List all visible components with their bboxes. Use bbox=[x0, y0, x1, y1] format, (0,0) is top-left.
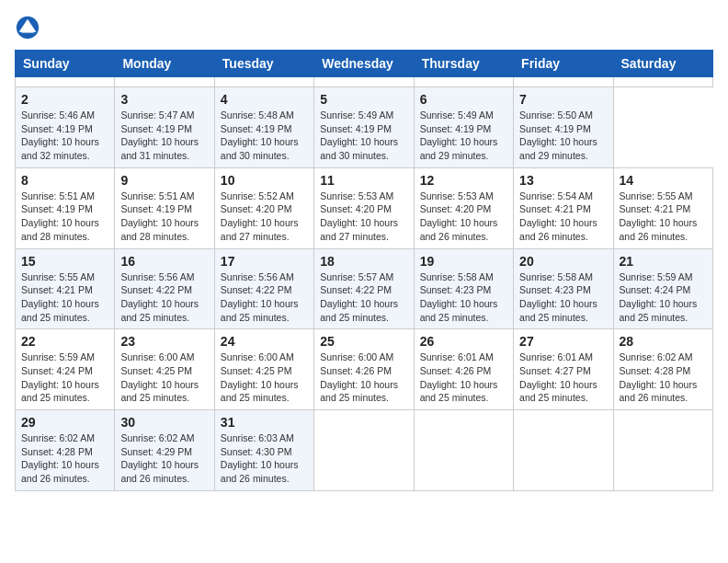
calendar-header-thursday: Thursday bbox=[414, 51, 513, 77]
day-info: Sunrise: 5:49 AM Sunset: 4:19 PM Dayligh… bbox=[320, 109, 407, 163]
day-info: Sunrise: 5:56 AM Sunset: 4:22 PM Dayligh… bbox=[120, 270, 208, 325]
empty-cell bbox=[514, 77, 613, 87]
calendar-week-3: 8 Sunrise: 5:51 AM Sunset: 4:19 PM Dayli… bbox=[16, 167, 713, 248]
calendar-week-6: 29 Sunrise: 6:02 AM Sunset: 4:28 PM Dayl… bbox=[16, 410, 713, 491]
day-info: Sunrise: 5:55 AM Sunset: 4:21 PM Dayligh… bbox=[21, 270, 108, 325]
day-cell-17: 17 Sunrise: 5:56 AM Sunset: 4:22 PM Dayl… bbox=[214, 248, 313, 329]
day-info: Sunrise: 5:59 AM Sunset: 4:24 PM Dayligh… bbox=[21, 350, 108, 405]
day-cell-12: 12 Sunrise: 5:53 AM Sunset: 4:20 PM Dayl… bbox=[414, 167, 513, 248]
day-number: 3 bbox=[120, 92, 208, 107]
day-info: Sunrise: 6:01 AM Sunset: 4:27 PM Dayligh… bbox=[519, 350, 607, 405]
day-cell-25: 25 Sunrise: 6:00 AM Sunset: 4:26 PM Dayl… bbox=[314, 329, 414, 410]
day-cell-19: 19 Sunrise: 5:58 AM Sunset: 4:23 PM Dayl… bbox=[414, 248, 513, 329]
calendar-week-5: 22 Sunrise: 5:59 AM Sunset: 4:24 PM Dayl… bbox=[16, 329, 713, 410]
empty-cell bbox=[613, 77, 712, 87]
day-info: Sunrise: 6:00 AM Sunset: 4:26 PM Dayligh… bbox=[320, 350, 407, 405]
calendar-header-sunday: Sunday bbox=[16, 51, 115, 77]
logo-icon bbox=[15, 15, 40, 40]
day-number: 28 bbox=[620, 334, 707, 349]
day-cell-22: 22 Sunrise: 5:59 AM Sunset: 4:24 PM Dayl… bbox=[16, 329, 115, 410]
day-cell-20: 20 Sunrise: 5:58 AM Sunset: 4:23 PM Dayl… bbox=[514, 248, 613, 329]
day-info: Sunrise: 5:54 AM Sunset: 4:21 PM Dayligh… bbox=[519, 190, 607, 244]
day-info: Sunrise: 5:46 AM Sunset: 4:19 PM Dayligh… bbox=[21, 109, 108, 163]
day-info: Sunrise: 5:48 AM Sunset: 4:19 PM Dayligh… bbox=[221, 109, 308, 163]
day-info: Sunrise: 5:51 AM Sunset: 4:19 PM Dayligh… bbox=[120, 190, 208, 244]
day-number: 18 bbox=[320, 254, 407, 269]
calendar-week-4: 15 Sunrise: 5:55 AM Sunset: 4:21 PM Dayl… bbox=[16, 248, 713, 329]
calendar-week-2: 2 Sunrise: 5:46 AM Sunset: 4:19 PM Dayli… bbox=[16, 87, 713, 168]
day-number: 16 bbox=[120, 254, 208, 269]
empty-cell bbox=[414, 410, 513, 491]
day-number: 12 bbox=[420, 173, 507, 188]
day-cell-27: 27 Sunrise: 6:01 AM Sunset: 4:27 PM Dayl… bbox=[514, 329, 613, 410]
day-info: Sunrise: 6:03 AM Sunset: 4:30 PM Dayligh… bbox=[221, 431, 308, 486]
day-cell-4: 4 Sunrise: 5:48 AM Sunset: 4:19 PM Dayli… bbox=[214, 87, 313, 168]
day-info: Sunrise: 6:01 AM Sunset: 4:26 PM Dayligh… bbox=[420, 350, 507, 405]
day-cell-26: 26 Sunrise: 6:01 AM Sunset: 4:26 PM Dayl… bbox=[414, 329, 513, 410]
day-cell-14: 14 Sunrise: 5:55 AM Sunset: 4:21 PM Dayl… bbox=[613, 167, 712, 248]
day-number: 4 bbox=[221, 92, 308, 107]
day-number: 5 bbox=[320, 92, 407, 107]
empty-cell bbox=[16, 77, 115, 87]
day-info: Sunrise: 5:47 AM Sunset: 4:19 PM Dayligh… bbox=[120, 109, 208, 163]
day-number: 10 bbox=[221, 173, 308, 188]
day-cell-3: 3 Sunrise: 5:47 AM Sunset: 4:19 PM Dayli… bbox=[115, 87, 214, 168]
day-info: Sunrise: 5:58 AM Sunset: 4:23 PM Dayligh… bbox=[519, 270, 607, 325]
day-info: Sunrise: 6:02 AM Sunset: 4:28 PM Dayligh… bbox=[620, 350, 707, 405]
day-info: Sunrise: 5:59 AM Sunset: 4:24 PM Dayligh… bbox=[620, 270, 707, 325]
day-cell-18: 18 Sunrise: 5:57 AM Sunset: 4:22 PM Dayl… bbox=[314, 248, 414, 329]
day-number: 21 bbox=[620, 254, 707, 269]
day-info: Sunrise: 5:50 AM Sunset: 4:19 PM Dayligh… bbox=[519, 109, 607, 163]
calendar-header-friday: Friday bbox=[514, 51, 613, 77]
day-number: 19 bbox=[420, 254, 507, 269]
empty-cell bbox=[414, 77, 513, 87]
day-number: 15 bbox=[21, 254, 108, 269]
day-cell-2: 2 Sunrise: 5:46 AM Sunset: 4:19 PM Dayli… bbox=[16, 87, 115, 168]
day-number: 27 bbox=[519, 334, 607, 349]
day-info: Sunrise: 5:51 AM Sunset: 4:19 PM Dayligh… bbox=[21, 190, 108, 244]
calendar-week-1 bbox=[16, 77, 713, 87]
empty-cell bbox=[613, 410, 712, 491]
day-info: Sunrise: 5:53 AM Sunset: 4:20 PM Dayligh… bbox=[420, 190, 507, 244]
day-number: 24 bbox=[221, 334, 308, 349]
day-cell-28: 28 Sunrise: 6:02 AM Sunset: 4:28 PM Dayl… bbox=[613, 329, 712, 410]
day-cell-11: 11 Sunrise: 5:53 AM Sunset: 4:20 PM Dayl… bbox=[314, 167, 414, 248]
empty-cell bbox=[314, 77, 414, 87]
day-cell-10: 10 Sunrise: 5:52 AM Sunset: 4:20 PM Dayl… bbox=[214, 167, 313, 248]
day-info: Sunrise: 5:57 AM Sunset: 4:22 PM Dayligh… bbox=[320, 270, 407, 325]
day-number: 9 bbox=[120, 173, 208, 188]
calendar-header-wednesday: Wednesday bbox=[314, 51, 414, 77]
day-info: Sunrise: 5:53 AM Sunset: 4:20 PM Dayligh… bbox=[320, 190, 407, 244]
day-number: 31 bbox=[221, 415, 308, 430]
day-info: Sunrise: 6:00 AM Sunset: 4:25 PM Dayligh… bbox=[120, 350, 208, 405]
day-info: Sunrise: 6:02 AM Sunset: 4:28 PM Dayligh… bbox=[21, 431, 108, 486]
calendar-header-row: SundayMondayTuesdayWednesdayThursdayFrid… bbox=[16, 51, 713, 77]
logo bbox=[15, 15, 44, 40]
day-info: Sunrise: 5:56 AM Sunset: 4:22 PM Dayligh… bbox=[221, 270, 308, 325]
day-cell-16: 16 Sunrise: 5:56 AM Sunset: 4:22 PM Dayl… bbox=[115, 248, 214, 329]
day-cell-13: 13 Sunrise: 5:54 AM Sunset: 4:21 PM Dayl… bbox=[514, 167, 613, 248]
empty-cell bbox=[115, 77, 214, 87]
empty-cell bbox=[214, 77, 313, 87]
day-cell-23: 23 Sunrise: 6:00 AM Sunset: 4:25 PM Dayl… bbox=[115, 329, 214, 410]
day-number: 14 bbox=[620, 173, 707, 188]
day-number: 17 bbox=[221, 254, 308, 269]
day-info: Sunrise: 6:00 AM Sunset: 4:25 PM Dayligh… bbox=[221, 350, 308, 405]
day-number: 22 bbox=[21, 334, 108, 349]
day-number: 20 bbox=[519, 254, 607, 269]
empty-cell bbox=[314, 410, 414, 491]
day-number: 8 bbox=[21, 173, 108, 188]
day-cell-30: 30 Sunrise: 6:02 AM Sunset: 4:29 PM Dayl… bbox=[115, 410, 214, 491]
day-number: 25 bbox=[320, 334, 407, 349]
day-number: 23 bbox=[120, 334, 208, 349]
calendar-table: SundayMondayTuesdayWednesdayThursdayFrid… bbox=[15, 50, 713, 491]
day-info: Sunrise: 5:52 AM Sunset: 4:20 PM Dayligh… bbox=[221, 190, 308, 244]
day-cell-9: 9 Sunrise: 5:51 AM Sunset: 4:19 PM Dayli… bbox=[115, 167, 214, 248]
day-number: 7 bbox=[519, 92, 607, 107]
day-cell-21: 21 Sunrise: 5:59 AM Sunset: 4:24 PM Dayl… bbox=[613, 248, 712, 329]
svg-rect-1 bbox=[21, 29, 33, 33]
day-number: 26 bbox=[420, 334, 507, 349]
day-cell-7: 7 Sunrise: 5:50 AM Sunset: 4:19 PM Dayli… bbox=[514, 87, 613, 168]
day-number: 30 bbox=[120, 415, 208, 430]
empty-cell bbox=[514, 410, 613, 491]
